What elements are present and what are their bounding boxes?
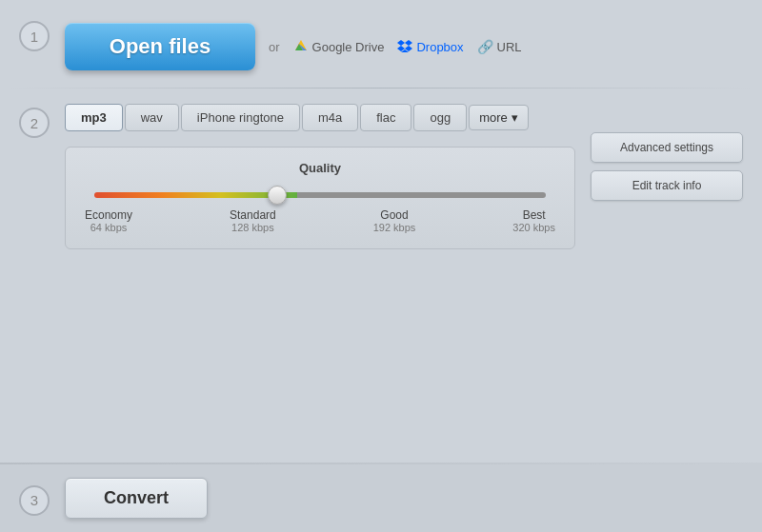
format-tabs: mp3 wav iPhone ringtone m4a flac ogg mor… [65,104,575,131]
chevron-down-icon: ▾ [511,110,518,125]
tab-ogg[interactable]: ogg [413,104,467,131]
quality-mark-best: Best 320 kbps [512,208,555,233]
tab-flac[interactable]: flac [360,104,411,131]
or-text: or [269,40,280,54]
open-files-button[interactable]: Open files [65,23,255,70]
url-label: URL [497,40,522,54]
tab-iphone-ringtone[interactable]: iPhone ringtone [181,104,300,131]
main-container: 1 Open files or Google Drive Dropbox [0,0,762,532]
quality-marks: Economy 64 kbps Standard 128 kbps Good 1… [85,208,555,233]
url-link[interactable]: 🔗 URL [477,39,522,54]
empty-area [0,259,762,463]
right-panel: Advanced settings Edit track info [591,132,743,201]
tab-more[interactable]: more ▾ [469,105,529,130]
tab-mp3[interactable]: mp3 [65,104,123,131]
tab-wav[interactable]: wav [125,104,179,131]
convert-button[interactable]: Convert [65,478,208,519]
step2-row: 2 mp3 wav iPhone ringtone m4a flac ogg m… [0,89,762,259]
quality-mark-economy: Economy 64 kbps [85,208,132,233]
step3-number: 3 [19,485,50,516]
dropbox-icon [397,39,412,54]
advanced-settings-button[interactable]: Advanced settings [591,132,743,163]
quality-mark-standard: Standard 128 kbps [230,208,276,233]
step1-number: 1 [19,21,50,51]
google-drive-link[interactable]: Google Drive [293,39,385,54]
google-drive-icon [293,39,309,54]
step2-content: mp3 wav iPhone ringtone m4a flac ogg mor… [65,104,575,249]
step1-content: Open files or Google Drive Dropbox [65,17,522,70]
quality-slider[interactable] [94,192,546,198]
step3-row: 3 Convert [0,464,762,532]
google-drive-label: Google Drive [312,40,385,54]
edit-track-info-button[interactable]: Edit track info [591,170,743,201]
dropbox-label: Dropbox [416,40,463,54]
dropbox-link[interactable]: Dropbox [397,39,463,54]
tab-m4a[interactable]: m4a [302,104,358,131]
tab-more-label: more [479,110,508,125]
quality-mark-good: Good 192 kbps [373,208,416,233]
slider-container [94,187,546,201]
quality-label: Quality [85,161,555,175]
quality-panel: Quality Economy 64 kbps Standard 128 kbp… [65,147,575,249]
step2-number: 2 [19,108,50,138]
link-icon: 🔗 [477,39,493,54]
step1-row: 1 Open files or Google Drive Dropbox [0,0,762,88]
